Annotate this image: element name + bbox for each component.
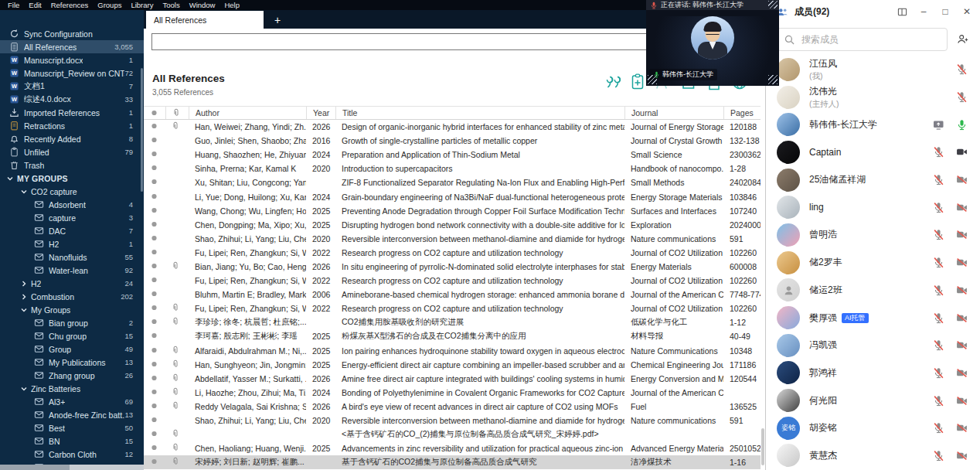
mic-muted-icon[interactable] <box>933 339 944 351</box>
sidebar-group-header[interactable]: MY GROUPS <box>0 172 144 185</box>
table-row[interactable]: Reddy Velagala, Sai Krishna; S...2026A b… <box>144 400 761 414</box>
camera-muted-icon[interactable] <box>956 202 968 213</box>
member-row[interactable]: 曾明浩 <box>766 221 980 249</box>
table-row[interactable]: Fu, Lipei; Ren, Zhangkun; Si, W...2022Re… <box>144 274 761 288</box>
sidebar-item-imported-references[interactable]: Imported References1 <box>0 106 144 119</box>
camera-muted-icon[interactable] <box>956 450 968 461</box>
sidebar-group-zinc-batteries[interactable]: Zinc Batteries <box>0 382 144 395</box>
member-row[interactable]: 郭鸿祥 <box>766 359 980 387</box>
sidebar-group-group[interactable]: Group49 <box>0 342 144 356</box>
menu-references[interactable]: References <box>46 0 94 10</box>
menu-groups[interactable]: Groups <box>93 0 126 10</box>
table-row[interactable]: Han, Sunghyeon; Jin, Jongmin; ...2025Ene… <box>144 358 761 372</box>
member-row[interactable]: 姿铭胡姿铭 <box>766 414 980 442</box>
table-row[interactable]: 李珂嘉; 殷志刚; 王彬彬; 李瑶2025粉煤灰基X型沸石的合成及在CO2捕集分… <box>144 329 761 343</box>
sidebar-group-h2[interactable]: H21 <box>0 237 144 250</box>
camera-muted-icon[interactable] <box>956 422 968 434</box>
sidebar-group-zhang-group[interactable]: Zhang group26 <box>0 369 144 382</box>
table-row[interactable]: Chen, Dongping; Ma, Xipo; Xu,...2025Disr… <box>144 218 761 232</box>
table-row[interactable]: Han, Weiwei; Zhang, Yindi; Zh...2026Desi… <box>144 120 761 134</box>
mic-muted-icon[interactable] <box>933 202 944 213</box>
menu-library[interactable]: Library <box>126 0 158 10</box>
sidebar-group-chu-group[interactable]: Chu group15 <box>0 329 144 342</box>
member-row[interactable]: 黄慧杰 <box>766 442 980 470</box>
scrollbar-thumb[interactable] <box>0 465 70 470</box>
table-row[interactable]: Sinha, Prerna; Kar, Kamal K2020Introduct… <box>144 162 761 175</box>
table-row[interactable]: Li, Yue; Dong, Huilong; Xu, Kan...2024Gr… <box>144 189 761 203</box>
sidebar-group-co2-capture[interactable]: CO2 capture <box>0 185 144 198</box>
resize-handle[interactable] <box>648 75 657 84</box>
menu-edit[interactable]: Edit <box>24 0 46 10</box>
mic-muted-icon[interactable] <box>933 312 944 324</box>
table-row[interactable]: Shao, Zhihui; Li, Yang; Liu, Che...2020R… <box>144 232 761 246</box>
member-row[interactable]: 江伍风(我) <box>766 56 980 83</box>
camera-muted-icon[interactable] <box>956 257 968 268</box>
sidebar-group-best[interactable]: Best50 <box>0 421 144 434</box>
sidebar-item-文档1[interactable]: W文档17 <box>0 80 144 93</box>
member-row[interactable]: 沈伟光(主持人) <box>766 83 980 111</box>
mic-muted-icon[interactable] <box>933 367 944 379</box>
member-row[interactable]: Captain <box>766 138 980 166</box>
mic-muted-icon[interactable] <box>956 63 968 75</box>
table-row[interactable]: Fu, Lipei; Ren, Zhangkun; Si, W...2022Re… <box>144 246 761 260</box>
table-row[interactable]: Fu, Lipei; Ren, Zhangkun; Si, W...2022Re… <box>144 301 761 315</box>
column-year[interactable]: Year <box>306 107 335 119</box>
sidebar-group-adsorbent[interactable]: Adsorbent4 <box>0 198 144 211</box>
table-row[interactable]: Bian, Jiang; Yu, Bo; Cao, Heng...2026In … <box>144 260 761 274</box>
sidebar-scrollbar[interactable] <box>141 68 143 192</box>
member-row[interactable]: ling <box>766 193 980 221</box>
mic-muted-icon[interactable] <box>933 257 944 268</box>
member-row[interactable]: 25油储孟祥湖 <box>766 166 980 194</box>
menu-tools[interactable]: Tools <box>158 0 184 10</box>
sidebar-item-sync-configuration[interactable]: Sync Configuration <box>0 27 144 40</box>
sidebar-group-al3[interactable]: Al3+69 <box>0 395 144 408</box>
video-window[interactable]: 正在讲话: 韩伟伟-长江大学 韩伟伟-长江大学 <box>646 0 779 80</box>
member-row[interactable]: 何光阳 <box>766 387 980 414</box>
mic-muted-icon[interactable] <box>933 395 944 407</box>
clipboard-add-icon[interactable] <box>629 73 646 90</box>
member-search-box[interactable] <box>777 28 948 51</box>
sidebar-group-h2[interactable]: H224 <box>0 277 144 290</box>
member-search-input[interactable] <box>800 33 941 46</box>
table-row[interactable]: Wang, Chong; Wu, Lingfen; Ho...2025Preve… <box>144 204 761 218</box>
table-scrollbar[interactable] <box>761 428 764 465</box>
chevron-right-icon[interactable] <box>20 280 28 288</box>
person-add-icon[interactable] <box>957 33 971 46</box>
mic-muted-icon[interactable] <box>933 229 944 240</box>
tab-all-references[interactable]: All References <box>146 11 264 29</box>
chevron-down-icon[interactable] <box>20 385 28 393</box>
camera-muted-icon[interactable] <box>956 229 968 240</box>
member-row[interactable]: 樊厚强AI托管 <box>766 304 980 332</box>
mic-muted-icon[interactable] <box>933 146 944 158</box>
camera-muted-icon[interactable] <box>956 312 968 324</box>
mic-muted-icon[interactable] <box>933 450 944 461</box>
table-row[interactable]: Li, Haozhe; Zhou, Zihui; Ma, Ti...2024Bo… <box>144 386 761 400</box>
sidebar-group-combustion[interactable]: Combustion202 <box>0 290 144 303</box>
member-row[interactable]: 储运2班 <box>766 277 980 305</box>
member-row[interactable]: 冯凯强 <box>766 332 980 359</box>
column-read-status[interactable] <box>144 107 165 119</box>
menu-help[interactable]: Help <box>219 0 244 10</box>
camera-muted-icon[interactable] <box>956 284 968 296</box>
camera-muted-icon[interactable] <box>956 395 968 407</box>
minimize-button[interactable]: – <box>918 6 929 17</box>
member-row[interactable]: 韩伟伟-长江大学 <box>766 111 980 138</box>
sidebar-item-retractions[interactable]: Retractions1 <box>0 119 144 132</box>
sidebar-group-anode-free-zinc-batt[interactable]: Anode-free Zinc batt...13 <box>0 408 144 421</box>
column-attachment[interactable] <box>165 107 189 119</box>
sidebar-group-bian-group[interactable]: Bian group2 <box>0 316 144 329</box>
table-row[interactable]: Xu, Shitan; Liu, Congcong; Yan...ZIF-8 F… <box>144 175 761 189</box>
sidebar-item-综述4-0-docx[interactable]: W综述4.0.docx33 <box>0 93 144 106</box>
sidebar-item-all-references[interactable]: All References3,055 <box>0 40 144 53</box>
table-row[interactable]: Alfaraidi, Abdulrahman M.; Ni,...2025Ion… <box>144 344 761 358</box>
sidebar-item-trash[interactable]: Trash <box>0 158 144 172</box>
sidebar-item-unfiled[interactable]: Unfiled79 <box>0 145 144 158</box>
resize-handle[interactable] <box>768 75 778 84</box>
table-row[interactable]: 李珍珍; 徐冬; 杭晨哲; 杜庶铭;...CO2捕集用胺基吸收剂的研究进展低碳化… <box>144 315 761 329</box>
mic-on-icon[interactable] <box>956 119 968 131</box>
column-journal[interactable]: Journal <box>624 107 723 119</box>
table-row[interactable]: Chen, Haoliang; Huang, Wenji...2025Advan… <box>144 441 761 455</box>
sidebar-item-manuscript-docx[interactable]: WManuscript.docx1 <box>0 53 144 66</box>
table-row[interactable]: 宋婷婷; 刘日新; 赵明辉; 崔鹏...基于含钙矿石的CO2捕集与原位制备高品质… <box>144 455 761 469</box>
table-row[interactable]: Shao, Zhihui; Li, Yang; Liu, Che...2020R… <box>144 414 761 427</box>
